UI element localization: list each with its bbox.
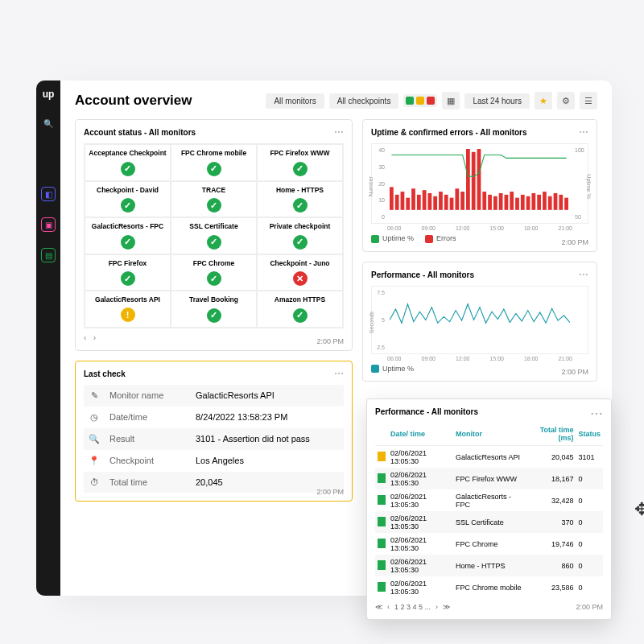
col-total[interactable]: Total time (ms) xyxy=(526,423,576,446)
svg-rect-7 xyxy=(428,193,432,210)
more-icon[interactable]: ⋯ xyxy=(334,368,344,379)
gauge-icon: ⏱ xyxy=(89,477,100,487)
monitor-cell[interactable]: FPC Chrome✓ xyxy=(171,254,257,291)
svg-rect-13 xyxy=(460,192,464,210)
status-icon: ✓ xyxy=(207,162,221,176)
svg-rect-29 xyxy=(548,196,552,210)
card-title: Performance - All monitors xyxy=(375,407,603,416)
last-check-row: ⏱Total time20,045 xyxy=(84,472,344,493)
card-last-check: Last check ⋯ ✎Monitor nameGalacticResort… xyxy=(75,361,353,502)
svg-rect-10 xyxy=(444,195,448,210)
performance-chart: Seconds 7.552.5 xyxy=(371,286,588,354)
logo: up xyxy=(43,89,55,100)
move-cursor-icon: ✥ xyxy=(634,499,644,520)
timestamp: 2:00 PM xyxy=(316,488,344,496)
svg-rect-4 xyxy=(411,188,415,210)
svg-rect-15 xyxy=(472,152,476,210)
search-icon[interactable]: 🔍 xyxy=(41,116,56,130)
timestamp: 2:00 PM xyxy=(316,337,344,345)
more-icon[interactable]: ⋯ xyxy=(590,406,603,421)
card-title: Last check xyxy=(84,369,344,378)
svg-rect-21 xyxy=(505,195,509,210)
table-row[interactable]: 02/06/2021 13:05:30SSL Certificate3700 xyxy=(375,511,603,533)
star-icon[interactable]: ★ xyxy=(535,92,552,109)
svg-rect-23 xyxy=(515,198,519,210)
status-icon: ✓ xyxy=(207,235,221,250)
svg-rect-0 xyxy=(390,187,394,209)
status-icon: ✓ xyxy=(121,162,135,176)
uptime-chart: Number Uptime % 403020100 10050 xyxy=(371,143,588,224)
card-title: Account status - All monitors xyxy=(84,128,344,137)
last-check-row: 📍CheckpointLos Angeles xyxy=(84,450,344,472)
filter-monitors[interactable]: All monitors xyxy=(266,93,324,109)
status-icon: ✓ xyxy=(207,198,221,213)
status-icon: ! xyxy=(121,308,135,322)
pagination[interactable]: ≪‹1 2 3 4 5 ...›≫ 2:00 PM xyxy=(375,603,603,611)
page-title: Account overview xyxy=(75,93,192,109)
card-title: Uptime & confirmed errors - All monitors xyxy=(371,128,588,137)
table-row[interactable]: 02/06/2021 13:05:30FPC Chrome mobile23,5… xyxy=(375,576,603,598)
svg-rect-8 xyxy=(433,196,437,210)
svg-rect-18 xyxy=(488,195,492,210)
monitor-cell[interactable]: FPC Chrome mobile✓ xyxy=(171,144,257,181)
status-icon: ✓ xyxy=(207,308,221,323)
status-icon: ✓ xyxy=(293,308,308,323)
list-icon[interactable]: ☰ xyxy=(580,92,597,109)
svg-rect-19 xyxy=(493,196,497,210)
svg-rect-28 xyxy=(543,192,547,210)
svg-rect-11 xyxy=(450,198,454,210)
status-icon: ✕ xyxy=(293,271,308,286)
monitor-cell[interactable]: FPC Firefox✓ xyxy=(85,254,171,291)
col-monitor[interactable]: Monitor xyxy=(453,423,526,446)
more-icon[interactable]: ⋯ xyxy=(334,126,344,138)
monitor-grid: Acceptance Checkpoint✓FPC Chrome mobile✓… xyxy=(84,143,344,328)
svg-rect-1 xyxy=(395,195,399,210)
monitor-cell[interactable]: GalacticResorts - FPC✓ xyxy=(85,217,171,254)
monitor-cell[interactable]: GalacticResorts API! xyxy=(85,291,171,328)
monitor-cell[interactable]: Amazon HTTPS✓ xyxy=(257,291,343,328)
monitor-cell[interactable]: Checkpoint - David✓ xyxy=(85,181,171,218)
monitor-cell[interactable]: FPC Firefox WWW✓ xyxy=(257,144,343,181)
svg-rect-20 xyxy=(499,193,503,210)
monitor-cell[interactable]: Private checkpoint✓ xyxy=(257,217,343,254)
more-icon[interactable]: ⋯ xyxy=(579,126,588,138)
card-performance: Performance - All monitors ⋯ Seconds 7.5… xyxy=(362,262,597,382)
timestamp: 2:00 PM xyxy=(561,368,588,376)
table-row[interactable]: 02/06/2021 13:05:30GalacticResorts - FPC… xyxy=(375,489,603,511)
svg-rect-25 xyxy=(526,196,530,210)
gear-icon[interactable]: ⚙ xyxy=(557,92,575,109)
table-row[interactable]: 02/06/2021 13:05:30GalacticResorts API20… xyxy=(375,446,603,469)
pager[interactable]: ‹ › xyxy=(84,333,344,342)
table-row[interactable]: 02/06/2021 13:05:30Home - HTTPS8600 xyxy=(375,555,603,576)
status-icon: ✓ xyxy=(293,162,308,176)
monitor-cell[interactable]: TRACE✓ xyxy=(171,181,257,218)
status-icon: ✓ xyxy=(121,198,135,213)
monitor-cell[interactable]: SSL Certificate✓ xyxy=(171,217,257,254)
more-icon[interactable]: ⋯ xyxy=(579,269,588,280)
filter-checkpoints[interactable]: All checkpoints xyxy=(329,93,399,109)
nav-icon-1[interactable]: ◧ xyxy=(41,187,56,201)
header: Account overview All monitors All checkp… xyxy=(75,92,597,109)
status-icon: ✓ xyxy=(207,271,221,286)
nav-icon-3[interactable]: ▤ xyxy=(41,248,56,262)
card-account-status: Account status - All monitors ⋯ Acceptan… xyxy=(75,119,353,351)
table-row[interactable]: 02/06/2021 13:05:30FPC Firefox WWW18,167… xyxy=(375,468,603,489)
monitor-cell[interactable]: Checkpoint - Juno✕ xyxy=(257,254,343,291)
table-row[interactable]: 02/06/2021 13:05:30FPC Chrome19,7460 xyxy=(375,533,603,555)
monitor-cell[interactable]: Home - HTTPS✓ xyxy=(257,181,343,218)
svg-rect-3 xyxy=(406,198,410,210)
monitor-cell[interactable]: Acceptance Checkpoint✓ xyxy=(85,144,171,181)
monitor-cell[interactable]: Travel Booking✓ xyxy=(171,291,257,328)
filter-timerange[interactable]: Last 24 hours xyxy=(464,93,530,109)
nav-icon-2[interactable]: ▣ xyxy=(41,217,56,232)
status-icon: ✓ xyxy=(121,271,135,286)
grid-view-icon[interactable]: ▦ xyxy=(442,92,460,109)
svg-rect-17 xyxy=(482,192,486,210)
clock-icon: ◷ xyxy=(89,412,100,423)
col-date[interactable]: Date/ time xyxy=(388,423,453,446)
card-performance-table[interactable]: Performance - All monitors ⋯ Date/ time … xyxy=(366,398,612,620)
col-status[interactable]: Status xyxy=(576,423,603,446)
status-icon: ✓ xyxy=(121,235,135,250)
status-filter-squares[interactable] xyxy=(403,94,437,107)
svg-rect-26 xyxy=(531,193,535,210)
